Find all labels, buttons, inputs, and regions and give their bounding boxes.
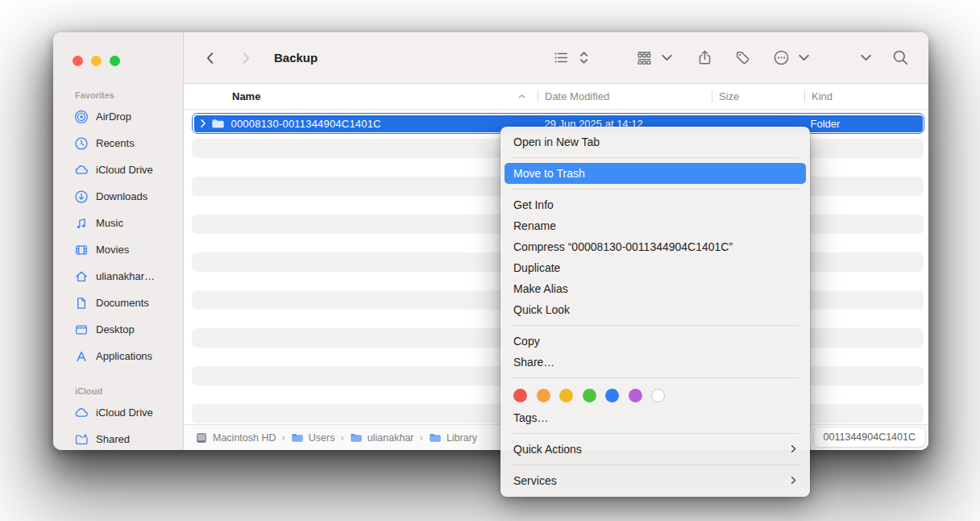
sidebar-item-shared[interactable]: Shared: [53, 426, 183, 450]
path-item-label: Macintosh HD: [213, 432, 276, 444]
sidebar-item-music[interactable]: Music: [53, 210, 183, 236]
sidebar-item-label: iCloud Drive: [96, 164, 153, 176]
sidebar-section-label: iCloud: [53, 383, 183, 399]
column-header-size[interactable]: Size: [712, 84, 804, 109]
column-header-name[interactable]: Name: [184, 84, 538, 109]
folder-icon: [211, 117, 225, 131]
tag-color-dot[interactable]: [537, 389, 550, 402]
path-item-label: Library: [446, 432, 477, 444]
tag-color-dot[interactable]: [559, 389, 573, 402]
tag-color-dot[interactable]: [583, 389, 596, 402]
menu-item-label: Quick Look: [513, 303, 570, 316]
toolbar-button-group: [858, 49, 874, 66]
menu-item-quick-actions[interactable]: Quick Actions: [500, 439, 810, 460]
path-separator: ›: [341, 431, 344, 444]
menu-item-label: Get Info: [513, 198, 554, 211]
sort-chevrons-icon[interactable]: [575, 49, 592, 66]
sidebar-item-icloud-drive[interactable]: iCloud Drive: [53, 156, 183, 183]
menu-item-compress-00008130-0011344904c1401c[interactable]: Compress “00008130-0011344904C1401C”: [500, 236, 810, 257]
menu-item-services[interactable]: Services: [500, 470, 810, 491]
sidebar-item-label: Downloads: [96, 190, 147, 202]
tag-color-dot[interactable]: [629, 389, 642, 402]
search-icon[interactable]: [892, 49, 909, 66]
home-icon: [74, 269, 89, 284]
path-item-macintosh-hd[interactable]: Macintosh HD: [195, 431, 276, 444]
sidebar-item-label: Music: [96, 217, 123, 229]
close-button[interactable]: [73, 56, 83, 66]
menu-item-copy[interactable]: Copy: [500, 331, 810, 352]
chevron-down-icon[interactable]: [795, 49, 812, 66]
tag-color-dot[interactable]: [605, 389, 619, 402]
menu-separator: [512, 157, 799, 158]
toolbar-button-group: [696, 49, 713, 66]
column-header-label: Name: [232, 90, 260, 102]
tag-icon[interactable]: [734, 49, 751, 66]
menu-item-quick-look[interactable]: Quick Look: [500, 299, 810, 320]
back-button[interactable]: [203, 51, 218, 65]
column-header-label: Kind: [812, 90, 833, 102]
menu-item-get-info[interactable]: Get Info: [500, 194, 810, 215]
menu-item-make-alias[interactable]: Make Alias: [500, 278, 810, 299]
path-item-users[interactable]: Users: [291, 431, 335, 444]
menu-item-label: Duplicate: [513, 261, 560, 274]
share-icon[interactable]: [696, 49, 713, 66]
sidebar-item-ulianakhar[interactable]: ulianakhar…: [53, 263, 183, 290]
sidebar-item-label: Shared: [96, 433, 130, 445]
sidebar-item-applications[interactable]: Applications: [53, 343, 183, 369]
desktop-icon: [74, 323, 89, 337]
context-menu: Open in New TabMove to TrashGet InfoRena…: [500, 127, 810, 497]
sidebar-item-airdrop[interactable]: AirDrop: [53, 103, 183, 130]
menu-separator: [512, 377, 799, 378]
toolbar-button-group: [553, 49, 592, 66]
path-item-library[interactable]: Library: [429, 431, 477, 444]
group-grid-icon[interactable]: [636, 49, 653, 66]
sidebar-item-recents[interactable]: Recents: [53, 130, 183, 156]
sidebar-item-label: iCloud Drive: [96, 406, 153, 419]
toolbar-button-group: [734, 49, 751, 66]
menu-item-move-to-trash[interactable]: Move to Trash: [505, 163, 806, 184]
menu-item-share[interactable]: Share…: [500, 352, 810, 373]
path-item-fragment[interactable]: 0011344904C1401C: [814, 427, 925, 447]
cloud-icon: [74, 406, 89, 420]
menu-item-rename[interactable]: Rename: [500, 215, 810, 236]
column-header-row: NameDate ModifiedSizeKind: [184, 84, 928, 110]
tag-color-dot[interactable]: [513, 389, 527, 402]
document-icon: [74, 296, 89, 311]
navigation-buttons: [203, 51, 253, 65]
sidebar-item-movies[interactable]: Movies: [53, 236, 183, 263]
sidebar-item-label: Applications: [96, 350, 152, 362]
chevron-down-icon[interactable]: [658, 49, 675, 66]
menu-item-open-in-new-tab[interactable]: Open in New Tab: [500, 131, 810, 152]
column-header-kind[interactable]: Kind: [804, 84, 928, 109]
column-header-label: Size: [719, 90, 739, 102]
menu-item-tags[interactable]: Tags…: [500, 407, 810, 428]
minimize-button[interactable]: [91, 56, 102, 66]
sidebar-item-label: Desktop: [96, 323, 135, 336]
sidebar-item-desktop[interactable]: Desktop: [53, 316, 183, 343]
sidebar-item-label: Recents: [96, 137, 135, 149]
sidebar-item-icloud-drive[interactable]: iCloud Drive: [53, 399, 183, 426]
tag-color-dot[interactable]: [651, 389, 665, 402]
file-name: 00008130-0011344904C1401C: [231, 118, 381, 130]
path-separator: ›: [420, 431, 423, 444]
menu-item-label: Move to Trash: [513, 167, 585, 180]
toolbar-icons: [553, 49, 909, 66]
chevron-down-icon[interactable]: [858, 49, 874, 66]
menu-item-label: Rename: [513, 219, 556, 232]
column-header-date-modified[interactable]: Date Modified: [538, 84, 712, 109]
more-circle-icon[interactable]: [773, 49, 790, 66]
sidebar-item-downloads[interactable]: Downloads: [53, 183, 183, 210]
list-view-icon[interactable]: [553, 49, 570, 66]
forward-button: [239, 51, 253, 65]
path-item-label: ulianakhar: [368, 432, 414, 444]
menu-item-label: Copy: [513, 335, 540, 348]
path-item-ulianakhar[interactable]: ulianakhar: [350, 431, 414, 444]
disclosure-chevron-icon[interactable]: [199, 119, 207, 128]
folder-icon: [429, 431, 442, 444]
cloud-icon: [74, 163, 89, 177]
menu-item-duplicate[interactable]: Duplicate: [500, 257, 810, 278]
music-note-icon: [74, 216, 89, 231]
menu-item-label: Open in New Tab: [513, 135, 600, 148]
sidebar-item-documents[interactable]: Documents: [53, 290, 183, 316]
zoom-button[interactable]: [110, 56, 120, 66]
